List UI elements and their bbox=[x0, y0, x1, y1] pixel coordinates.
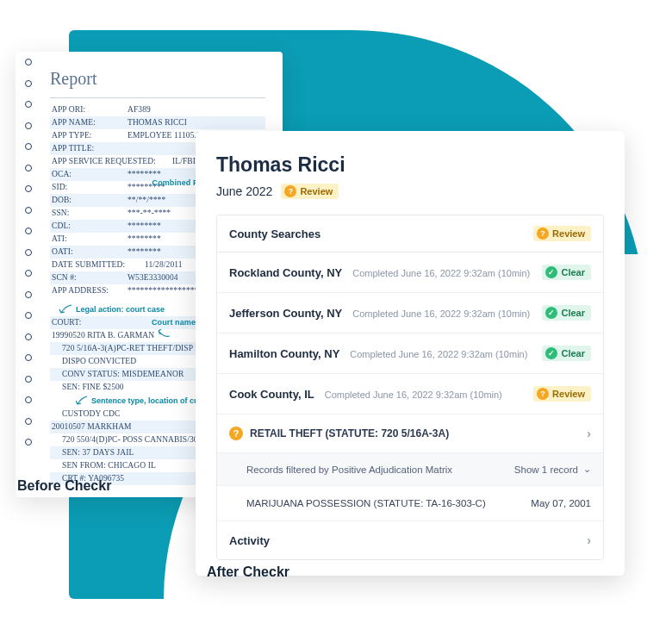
candidate-name: Thomas Ricci bbox=[216, 153, 604, 177]
chevron-down-icon: ⌄ bbox=[583, 464, 591, 475]
county-row[interactable]: Rockland County, NYCompleted June 16, 20… bbox=[217, 252, 603, 293]
status-badge[interactable]: ✓Clear bbox=[542, 265, 591, 280]
check-icon: ✓ bbox=[545, 266, 557, 278]
show-records-text: Show 1 record bbox=[514, 464, 578, 475]
spiral-binding bbox=[22, 59, 34, 490]
question-icon: ? bbox=[229, 427, 243, 440]
county-searches-panel: County Searches ? Review Rockland County… bbox=[216, 215, 604, 560]
county-meta: Completed June 16, 2022 9:32am (10min) bbox=[352, 268, 530, 278]
panel-status-badge[interactable]: ? Review bbox=[533, 226, 591, 241]
county-row[interactable]: Jefferson County, NYCompleted June 16, 2… bbox=[217, 293, 603, 333]
status-badge[interactable]: ✓Clear bbox=[542, 305, 591, 321]
record-row[interactable]: MARIJUANA POSSESSION (STATUTE: TA-16-303… bbox=[217, 486, 603, 521]
question-icon: ? bbox=[537, 228, 549, 240]
county-name: Jefferson County, NY bbox=[229, 307, 342, 320]
chevron-right-icon: › bbox=[587, 427, 591, 440]
filter-row[interactable]: Records filtered by Positive Adjudicatio… bbox=[217, 453, 603, 486]
activity-row[interactable]: Activity › bbox=[217, 521, 603, 559]
check-icon: ✓ bbox=[545, 347, 557, 359]
county-name: Rockland County, NY bbox=[229, 266, 342, 279]
county-row[interactable]: Hamilton County, NYCompleted June 16, 20… bbox=[217, 333, 603, 374]
county-row[interactable]: Cook County, ILCompleted June 16, 2022 9… bbox=[217, 374, 603, 414]
status-badge[interactable]: ✓Clear bbox=[542, 346, 591, 361]
note-legal-action: Legal action: court case bbox=[76, 305, 165, 314]
county-meta: Completed June 16, 2022 9:32am (10min) bbox=[325, 390, 502, 400]
record-date: May 07, 2001 bbox=[531, 498, 591, 508]
label-after: After Checkr bbox=[207, 564, 289, 580]
after-report-card: Thomas Ricci June 2022 ? Review County S… bbox=[196, 131, 625, 576]
filter-text: Records filtered by Positive Adjudicatio… bbox=[246, 464, 452, 475]
report-period: June 2022 bbox=[216, 184, 272, 198]
status-badge[interactable]: ?Review bbox=[533, 386, 591, 402]
county-name: Cook County, IL bbox=[229, 388, 314, 401]
county-meta: Completed June 16, 2022 9:32am (10min) bbox=[352, 309, 530, 319]
status-badge-review[interactable]: ? Review bbox=[281, 184, 339, 199]
charge-row[interactable]: ? RETAIL THEFT (STATUTE: 720 5/16A-3A) › bbox=[217, 414, 603, 453]
question-icon: ? bbox=[284, 185, 296, 197]
county-name: Hamilton County, NY bbox=[229, 347, 339, 360]
charge-title: RETAIL THEFT (STATUTE: 720 5/16A-3A) bbox=[250, 427, 449, 439]
report-title: Report bbox=[50, 69, 265, 98]
county-meta: Completed June 16, 2022 9:32am (10min) bbox=[350, 349, 527, 359]
check-icon: ✓ bbox=[545, 307, 557, 319]
panel-title: County Searches bbox=[229, 228, 320, 240]
question-icon: ? bbox=[537, 388, 549, 400]
record-title: MARIJUANA POSSESSION (STATUTE: TA-16-303… bbox=[246, 498, 486, 508]
chevron-right-icon: › bbox=[587, 533, 591, 547]
label-before: Before Checkr bbox=[17, 478, 111, 494]
activity-title: Activity bbox=[229, 534, 270, 547]
